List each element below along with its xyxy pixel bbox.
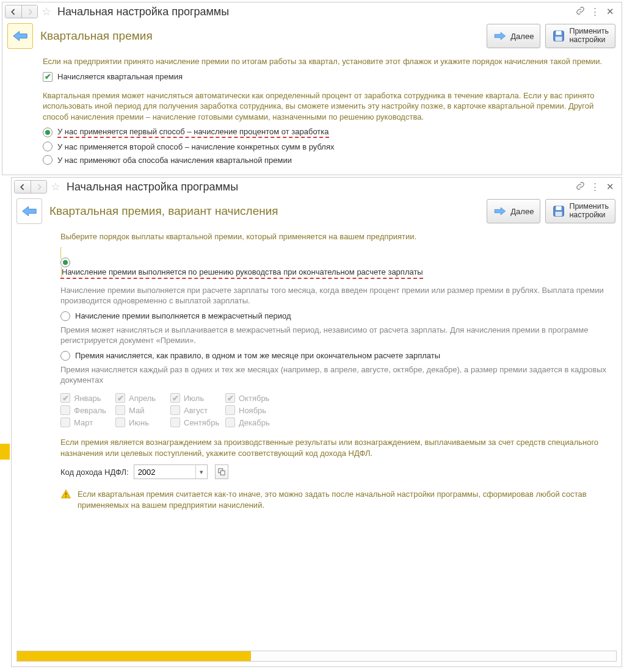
next-button[interactable]: Далее [487, 199, 540, 223]
kebab-menu-icon[interactable]: ⋮ [589, 181, 600, 192]
warning-icon [60, 489, 71, 510]
close-button[interactable]: ✕ [604, 6, 617, 17]
content-area: Если на предприятии принято начисление п… [2, 52, 622, 175]
nav-buttons [14, 180, 47, 193]
next-button-label: Далее [510, 32, 534, 41]
svg-rect-14 [65, 496, 67, 497]
svg-rect-8 [556, 206, 562, 210]
radio-method-3-label[interactable]: У нас применяют оба способа начисления к… [57, 156, 292, 165]
variant-2-desc: Премия может начисляться и выплачивается… [60, 325, 611, 346]
content-area: Выберите порядок выплаты квартальной пре… [12, 228, 622, 516]
radio-variant-3-label[interactable]: Премия начисляется, как правило, в одном… [75, 351, 440, 360]
intro-text: Если на предприятии принято начисление п… [43, 56, 611, 67]
month-feb-label: Февраль [74, 406, 106, 415]
month-nov-label: Ноябрь [239, 406, 266, 415]
month-aug-label: Август [184, 406, 208, 415]
month-aug-checkbox [170, 405, 180, 415]
month-jul-checkbox [170, 393, 180, 403]
step-title: Квартальная премия [40, 29, 153, 43]
radio-variant-2[interactable] [60, 311, 70, 321]
wizard-back-button[interactable] [16, 198, 42, 224]
close-button[interactable]: ✕ [604, 181, 617, 192]
months-grid: Январь Февраль Март Апрель Май Июнь Июль… [60, 391, 611, 430]
svg-marker-5 [23, 206, 36, 215]
wizard-back-button[interactable] [7, 23, 33, 49]
radio-variant-1-label[interactable]: Начисление премии выполняется по решению… [62, 267, 423, 276]
month-oct-label: Октябрь [239, 394, 269, 403]
ndfl-code-input[interactable] [134, 465, 195, 479]
quarterly-bonus-label[interactable]: Начисляется квартальная премия [57, 72, 183, 81]
ndfl-code-select[interactable]: ▾ [134, 464, 208, 479]
intro-text: Выберите порядок выплаты квартальной пре… [60, 231, 611, 242]
titlebar: ☆ Начальная настройка программы ⋮ ✕ [2, 2, 622, 22]
warning-text: Если квартальная премия считается как-то… [78, 489, 611, 510]
month-dec-label: Декабрь [239, 418, 270, 427]
progress-fill [17, 651, 251, 661]
window-title: Начальная настройка программы [67, 181, 238, 193]
ndfl-code-label: Код дохода НДФЛ: [60, 468, 129, 477]
svg-rect-4 [556, 37, 562, 41]
step-title: Квартальная премия, вариант начисления [49, 204, 278, 218]
nav-back-button[interactable] [5, 5, 21, 18]
subheader: Квартальная премия Далее Применитьнастро… [2, 22, 622, 52]
month-may-label: Май [129, 406, 144, 415]
link-icon[interactable] [575, 181, 586, 192]
month-dec-checkbox [225, 417, 235, 427]
nav-forward-button[interactable] [31, 181, 46, 193]
month-jan-label: Январь [74, 394, 101, 403]
variant-3-desc: Премия начисляется каждый раз в одних и … [60, 364, 611, 386]
month-jun-checkbox [115, 417, 125, 427]
warning-block: Если квартальная премия считается как-то… [60, 489, 611, 510]
radio-method-2[interactable] [43, 142, 53, 151]
nav-buttons [5, 5, 38, 18]
favorite-star-icon[interactable]: ☆ [51, 181, 60, 192]
month-oct-checkbox [225, 393, 235, 403]
radio-variant-1[interactable] [60, 258, 70, 267]
link-icon[interactable] [575, 6, 586, 17]
radio-method-1[interactable] [43, 128, 53, 137]
nav-forward-button[interactable] [21, 5, 37, 18]
subheader: Квартальная премия, вариант начисления Д… [12, 197, 622, 228]
month-mar-checkbox [60, 417, 70, 427]
radio-method-3[interactable] [43, 155, 53, 165]
ndfl-description: Если премия является вознаграждением за … [60, 437, 611, 458]
month-apr-label: Апрель [129, 394, 156, 403]
svg-marker-1 [495, 32, 506, 40]
open-reference-button[interactable] [215, 464, 228, 479]
ndfl-code-row: Код дохода НДФЛ: ▾ [60, 464, 611, 479]
side-highlight-tab [0, 444, 10, 460]
svg-rect-11 [220, 471, 225, 475]
next-button[interactable]: Далее [487, 24, 540, 48]
radio-method-1-label[interactable]: У нас применяется первый способ – начисл… [57, 127, 329, 138]
month-jul-label: Июль [184, 394, 204, 403]
apply-settings-button[interactable]: Применитьнастройки [545, 24, 615, 48]
variant-1-desc: Начисление премии выполняется при расчет… [60, 285, 611, 306]
month-feb-checkbox [60, 405, 70, 415]
radio-method-2-label[interactable]: У нас применяется второй способ – начисл… [57, 142, 334, 151]
svg-rect-13 [65, 493, 67, 496]
description-text: Квартальная премия может начисляться авт… [43, 90, 611, 123]
month-mar-label: Март [74, 418, 93, 427]
favorite-star-icon[interactable]: ☆ [42, 6, 51, 17]
month-apr-checkbox [115, 393, 125, 403]
radio-variant-2-label[interactable]: Начисление премии выполняется в межрасче… [75, 311, 291, 320]
dropdown-icon[interactable]: ▾ [196, 468, 207, 476]
month-jun-label: Июнь [129, 418, 149, 427]
nav-back-button[interactable] [15, 181, 31, 193]
titlebar: ☆ Начальная настройка программы ⋮ ✕ [12, 178, 622, 197]
month-nov-checkbox [225, 405, 235, 415]
svg-rect-3 [556, 31, 562, 35]
month-jan-checkbox [60, 393, 70, 403]
svg-marker-0 [13, 31, 27, 40]
month-may-checkbox [115, 405, 125, 415]
month-sep-label: Сентябрь [184, 418, 219, 427]
radio-variant-3[interactable] [60, 351, 70, 361]
kebab-menu-icon[interactable]: ⋮ [589, 6, 600, 17]
svg-rect-9 [556, 212, 562, 216]
progress-bar [16, 651, 617, 662]
apply-settings-button[interactable]: Применитьнастройки [545, 199, 615, 223]
next-button-label: Далее [510, 207, 534, 216]
window-title: Начальная настройка программы [57, 5, 229, 18]
svg-marker-6 [495, 208, 506, 215]
quarterly-bonus-checkbox[interactable] [43, 72, 53, 82]
